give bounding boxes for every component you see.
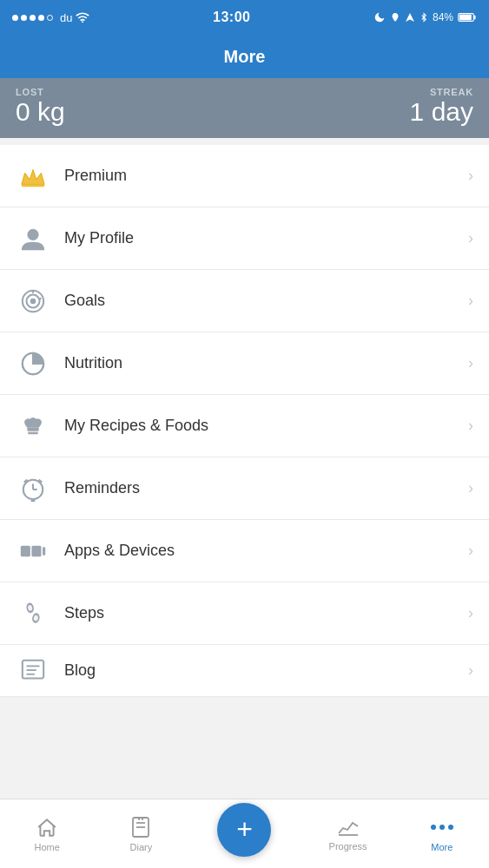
svg-line-13	[40, 298, 42, 299]
footsteps-icon	[16, 596, 50, 631]
svg-rect-39	[142, 817, 143, 820]
streak-value: 1 day	[410, 97, 473, 126]
menu-label-nutrition: Nutrition	[64, 354, 468, 372]
signal-dots	[12, 15, 53, 21]
menu-item-premium[interactable]: Premium ›	[0, 145, 489, 207]
tab-home-label: Home	[34, 842, 59, 852]
tab-diary-label: Diary	[130, 842, 153, 852]
chevron-goals: ›	[468, 292, 473, 310]
dot4	[38, 15, 44, 21]
svg-rect-25	[31, 545, 41, 556]
status-bar: du 13:00 84%	[0, 0, 489, 35]
page-title: More	[224, 47, 266, 67]
chevron-my-profile: ›	[468, 229, 473, 247]
svg-rect-5	[459, 15, 472, 21]
tab-home[interactable]: Home	[0, 799, 94, 868]
tab-diary[interactable]: Diary	[94, 799, 188, 868]
svg-rect-4	[473, 16, 475, 19]
home-icon	[36, 816, 58, 838]
tab-more-label: More	[431, 842, 453, 852]
svg-marker-2	[406, 13, 414, 22]
streak-stat: STREAK 1 day	[410, 87, 473, 126]
crown-icon	[16, 159, 50, 194]
menu-item-apps-devices[interactable]: Apps & Devices ›	[0, 520, 489, 582]
arrow-icon	[405, 11, 415, 23]
menu-list: Premium › My Profile › Goals ›	[0, 145, 489, 697]
dot1	[12, 15, 18, 21]
menu-item-reminders[interactable]: Reminders ›	[0, 457, 489, 520]
tab-progress-label: Progress	[329, 841, 367, 852]
svg-rect-26	[43, 547, 45, 555]
chevron-reminders: ›	[468, 479, 473, 497]
chevron-premium: ›	[468, 167, 473, 185]
progress-icon	[337, 817, 360, 838]
svg-point-11	[30, 298, 36, 304]
target-icon	[16, 284, 50, 319]
menu-label-my-recipes-foods: My Recipes & Foods	[64, 417, 468, 435]
menu-label-apps-devices: Apps & Devices	[64, 542, 468, 560]
dot3	[30, 15, 36, 21]
menu-item-blog[interactable]: Blog ›	[0, 645, 489, 697]
carrier-label: du	[60, 11, 72, 24]
more-dots-icon	[431, 816, 453, 838]
chevron-nutrition: ›	[468, 354, 473, 372]
dot5	[47, 15, 53, 21]
blog-icon	[16, 654, 50, 688]
chevron-blog: ›	[468, 661, 473, 680]
lost-value: 0 kg	[16, 97, 65, 126]
menu-label-steps: Steps	[64, 604, 468, 622]
svg-rect-38	[138, 817, 140, 820]
alarm-icon	[16, 471, 50, 506]
chevron-steps: ›	[468, 604, 473, 622]
streak-label: STREAK	[410, 87, 473, 97]
wifi-icon	[76, 12, 89, 23]
chef-hat-icon	[16, 409, 50, 444]
tab-progress[interactable]: Progress	[301, 799, 394, 868]
chevron-apps-devices: ›	[468, 542, 473, 560]
devices-icon	[16, 534, 50, 569]
chevron-my-recipes-foods: ›	[468, 417, 473, 435]
tab-bar: Home Diary + Progress More	[0, 799, 489, 868]
svg-point-0	[83, 21, 84, 23]
menu-label-blog: Blog	[64, 661, 468, 680]
person-icon	[16, 221, 50, 256]
diary-icon	[130, 816, 151, 838]
bluetooth-icon	[420, 11, 428, 23]
pie-chart-icon	[16, 346, 50, 381]
menu-item-my-recipes-foods[interactable]: My Recipes & Foods ›	[0, 395, 489, 457]
svg-rect-15	[27, 427, 38, 431]
tab-more[interactable]: More	[395, 799, 489, 868]
svg-point-8	[27, 228, 38, 240]
plus-icon: +	[236, 815, 253, 843]
menu-label-premium: Premium	[64, 167, 468, 185]
svg-marker-6	[22, 169, 44, 184]
menu-label-reminders: Reminders	[64, 479, 468, 497]
svg-rect-24	[21, 545, 30, 556]
battery-percent: 84%	[433, 11, 453, 23]
menu-item-nutrition[interactable]: Nutrition ›	[0, 332, 489, 395]
svg-rect-7	[22, 184, 44, 187]
menu-label-my-profile: My Profile	[64, 229, 468, 247]
dot2	[21, 15, 27, 21]
status-time: 13:00	[213, 10, 250, 25]
moon-icon	[373, 11, 386, 23]
menu-item-goals[interactable]: Goals ›	[0, 270, 489, 332]
svg-rect-16	[28, 431, 38, 434]
tab-add[interactable]: +	[188, 799, 301, 868]
add-button[interactable]: +	[217, 803, 271, 857]
menu-item-steps[interactable]: Steps ›	[0, 582, 489, 645]
lost-stat: LOST 0 kg	[16, 87, 65, 126]
menu-label-goals: Goals	[64, 292, 468, 310]
status-right: 84%	[373, 11, 477, 23]
menu-item-my-profile[interactable]: My Profile ›	[0, 207, 489, 270]
stats-banner: LOST 0 kg STREAK 1 day	[0, 78, 489, 138]
location-icon	[390, 11, 400, 23]
battery-icon	[458, 12, 477, 23]
status-left: du	[12, 11, 89, 24]
lost-label: LOST	[16, 87, 65, 97]
nav-bar: More	[0, 35, 489, 78]
